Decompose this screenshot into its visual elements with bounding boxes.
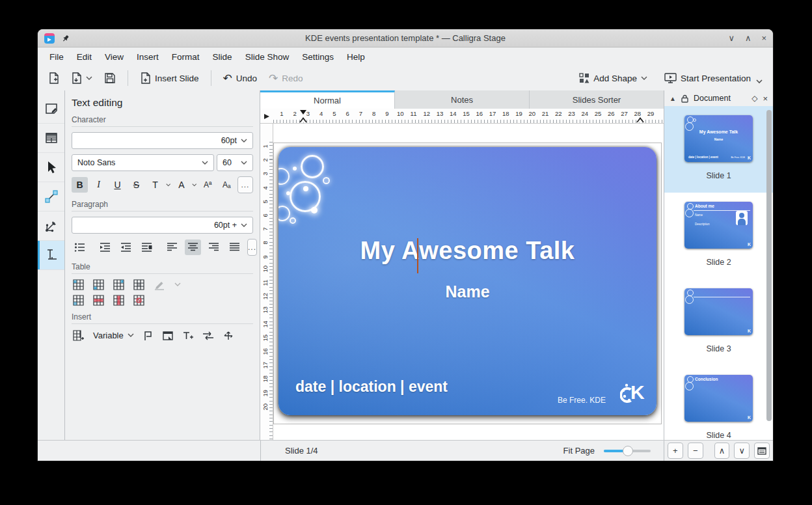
tab-notes[interactable]: Notes [395, 90, 530, 109]
float-panel-icon[interactable]: ◇ [751, 94, 757, 103]
add-shape-button[interactable]: Add Shape [575, 70, 651, 87]
insert-row-below-button[interactable] [93, 279, 104, 290]
insert-column-right-button[interactable] [133, 279, 144, 290]
slide-footer-text[interactable]: date | location | event [295, 378, 448, 396]
lock-icon[interactable] [681, 94, 688, 103]
minimize-button[interactable]: ∨ [728, 33, 735, 43]
move-slide-up-button[interactable]: ∧ [714, 443, 730, 459]
delete-column-button[interactable] [113, 295, 124, 306]
paragraph-more-options-button[interactable]: ... [247, 239, 257, 256]
underline-button[interactable]: U [109, 177, 126, 193]
paragraph-style-combo[interactable]: 60pt + [72, 217, 253, 234]
titlebar[interactable]: KDE events presentation template * — Cal… [38, 29, 773, 48]
collapse-icon[interactable]: ▲ [670, 95, 676, 102]
text-tool-button[interactable] [38, 241, 64, 270]
list-style-button[interactable] [72, 239, 88, 255]
tab-normal[interactable]: Normal [260, 90, 395, 109]
character-style-combo[interactable]: 60pt [72, 132, 253, 149]
notes-edit-tool-button[interactable] [38, 94, 64, 124]
menu-item[interactable]: Settings [295, 49, 340, 64]
vertical-ruler[interactable]: 1234567891011121314151617181920 [260, 124, 273, 440]
menu-item[interactable]: View [98, 49, 130, 64]
right-indent-marker[interactable] [636, 117, 644, 122]
save-button[interactable] [100, 69, 120, 87]
horizontal-ruler[interactable]: 1234567891011121314151617181920212223242… [260, 109, 664, 124]
slide-layout-tool-button[interactable] [38, 124, 64, 153]
menu-item[interactable]: Edit [70, 49, 98, 64]
bold-button[interactable]: B [72, 177, 88, 193]
menu-item[interactable]: Insert [130, 49, 165, 64]
insert-row-above-button[interactable] [73, 279, 84, 290]
subscript-button[interactable]: Aₐ [219, 177, 235, 193]
close-panel-icon[interactable]: × [763, 94, 768, 103]
insert-text-button[interactable] [182, 331, 193, 341]
background-color-button[interactable]: A [173, 177, 189, 193]
path-edit-tool-button[interactable] [38, 212, 64, 241]
connect-shapes-button[interactable] [223, 331, 234, 341]
close-button[interactable]: × [761, 33, 766, 43]
zoom-slider[interactable] [604, 450, 651, 452]
thumbnail-scrollbar[interactable] [766, 110, 772, 421]
menu-item[interactable]: Slide Show [239, 49, 296, 64]
align-justify-button[interactable] [226, 239, 243, 255]
move-slide-down-button[interactable]: ∨ [734, 443, 750, 459]
left-indent-marker[interactable] [299, 117, 307, 122]
superscript-button[interactable]: Aª [200, 177, 216, 193]
slide-1-editor[interactable]: My Awesome Talk Name date | location | e… [278, 147, 656, 415]
zoom-slider-knob[interactable] [623, 446, 633, 456]
paragraph-format-button[interactable] [139, 239, 155, 255]
slide-canvas[interactable]: 1234567891011121314151617181920 My Awe [260, 124, 664, 440]
background-color-chevron-icon[interactable] [192, 183, 196, 187]
strikethrough-button[interactable]: S [128, 177, 144, 193]
font-size-combo[interactable]: 60 [217, 154, 253, 171]
bubble-decoration [311, 207, 318, 213]
italic-button[interactable]: I [90, 177, 107, 193]
pointer-tool-button[interactable] [38, 153, 64, 182]
menu-item[interactable]: File [43, 49, 70, 64]
align-center-button[interactable] [185, 239, 201, 255]
slide-thumbnail-1[interactable]: My Awesome Talk Name date | location | e… [664, 106, 773, 193]
menu-item[interactable]: Slide [206, 49, 239, 64]
insert-variable-dropdown[interactable]: Variable [93, 331, 134, 340]
border-pen-chevron-icon[interactable] [174, 282, 181, 287]
maximize-button[interactable]: ∧ [745, 33, 751, 43]
menu-item[interactable]: Format [165, 49, 206, 64]
start-presentation-button[interactable]: Start Presentation [660, 70, 766, 87]
slide-thumbnail-2[interactable]: About me Name Description K Slide 2 [664, 193, 773, 279]
insert-section-button[interactable] [163, 331, 173, 341]
increase-indent-button[interactable] [97, 239, 113, 255]
slide-subtitle-text[interactable]: Name [278, 282, 656, 301]
align-left-button[interactable] [164, 239, 180, 255]
font-color-button[interactable]: T [147, 177, 163, 193]
border-pen-button[interactable] [154, 280, 165, 290]
character-more-options-button[interactable]: ... [237, 176, 253, 193]
font-family-combo[interactable]: Noto Sans [72, 154, 214, 171]
slide-3-preview: K [684, 288, 753, 335]
redo-button[interactable]: ↷ Redo [265, 70, 307, 87]
delete-row-button[interactable] [93, 295, 104, 306]
connector-tool-button[interactable] [38, 182, 64, 212]
zoom-mode-label[interactable]: Fit Page [563, 446, 595, 456]
panel-menu-button[interactable] [754, 443, 770, 459]
new-document-button[interactable] [44, 69, 63, 87]
slide-thumbnail-4[interactable]: Conclusion K Slide 4 [664, 366, 773, 440]
insert-slide-button[interactable]: Insert Slide [136, 69, 203, 87]
text-on-path-button[interactable] [202, 331, 214, 340]
font-color-chevron-icon[interactable] [166, 183, 170, 187]
align-right-button[interactable] [206, 239, 222, 255]
add-slide-button[interactable]: + [668, 443, 683, 459]
menu-item[interactable]: Help [340, 49, 372, 64]
split-cells-button[interactable] [73, 295, 84, 306]
insert-table-button[interactable] [73, 330, 84, 341]
delete-table-button[interactable] [133, 295, 144, 306]
insert-column-left-button[interactable] [113, 279, 124, 290]
section-label-paragraph: Paragraph [72, 200, 253, 212]
undo-button[interactable]: ↶ Undo [219, 70, 262, 87]
tab-slides-sorter[interactable]: Slides Sorter [530, 90, 664, 109]
decrease-indent-button[interactable] [118, 239, 134, 255]
slide-thumbnail-3[interactable]: K Slide 3 [664, 279, 773, 366]
remove-slide-button[interactable]: − [688, 443, 703, 459]
slide-title-text[interactable]: My Awesome Talk [278, 237, 656, 265]
insert-bookmark-button[interactable] [143, 331, 154, 341]
open-document-button[interactable] [67, 69, 96, 87]
